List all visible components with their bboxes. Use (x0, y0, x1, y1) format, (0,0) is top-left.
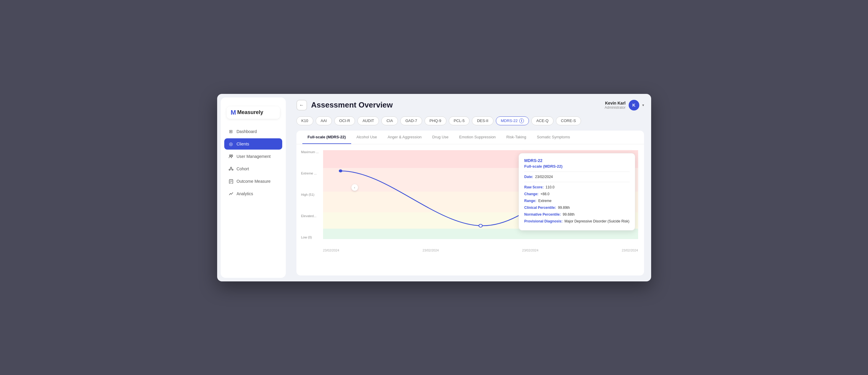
tooltip-normative-percentile: Normative Percentile: 99.68th (524, 212, 629, 217)
user-info: Kevin Karl Administrator (605, 101, 626, 110)
assessment-pills: K10 AAI OCI-R AUDIT CIA GAD-7 PHQ-9 PCL-… (297, 116, 644, 125)
analytics-icon (228, 191, 234, 196)
logo-text: Measurely (237, 109, 263, 116)
page-header: ← Assessment Overview Kevin Karl Adminis… (297, 100, 644, 111)
tooltip-date-value: 23/02/2024 (535, 175, 553, 179)
tooltip-change-label: Change: (524, 192, 538, 196)
back-arrow-icon: ← (300, 103, 304, 108)
cohort-icon (228, 166, 234, 172)
tooltip-change-value: +88.0 (540, 192, 549, 196)
tooltip-normative-percentile-label: Normative Percentile: (524, 212, 561, 217)
tooltip-raw-score-label: Raw Score: (524, 185, 544, 189)
tooltip-clinical-percentile-label: Clinical Percentile: (524, 206, 556, 210)
svg-point-1 (231, 155, 232, 156)
pill-gad-7[interactable]: GAD-7 (400, 116, 422, 125)
tooltip-date-label: Date: (524, 175, 533, 179)
sidebar-collapse-button[interactable]: ‹ (351, 184, 358, 191)
tooltip-provisional-diagnosis: Provisional Diagnosis: Major Depressive … (524, 219, 629, 224)
tooltip-card: MDRS-22 Full-scale (MDRS-22) Date: 23/02… (519, 153, 635, 230)
pill-audit[interactable]: AUDIT (358, 116, 379, 125)
sidebar-item-label: Dashboard (237, 129, 257, 134)
svg-point-0 (229, 155, 231, 156)
chart-y-labels: Maximum ... Extreme ... High (51) Elevat… (301, 150, 319, 239)
tooltip-raw-score-value: 110.0 (546, 185, 554, 189)
sidebar-item-label: Clients (237, 142, 249, 146)
pill-oci-r[interactable]: OCI-R (334, 116, 355, 125)
sidebar: M Measurely ⊞ Dashboard ◎ Clients (221, 97, 286, 278)
outcome-measure-icon (228, 179, 234, 184)
sub-tab-drug-use[interactable]: Drug Use (427, 131, 454, 144)
clients-icon: ◎ (228, 141, 234, 147)
y-label-high: High (51) (301, 193, 319, 196)
pill-ace-q[interactable]: ACE-Q (531, 116, 554, 125)
x-label-3: 23/02/2024 (522, 249, 538, 252)
pill-mdrs-22-label: MDRS-22 (501, 118, 518, 123)
tooltip-subtitle: Full-scale (MDRS-22) (524, 164, 629, 169)
user-role: Administrator (605, 106, 626, 110)
sidebar-item-clients[interactable]: ◎ Clients (224, 138, 282, 150)
pill-aai[interactable]: AAI (316, 116, 332, 125)
sidebar-item-label: Cohort (237, 167, 249, 171)
chart-point-start (339, 169, 342, 172)
pill-pcl-5[interactable]: PCL-5 (449, 116, 470, 125)
sidebar-item-dashboard[interactable]: ⊞ Dashboard (224, 126, 282, 137)
x-label-4: 23/02/2024 (622, 249, 638, 252)
sidebar-item-label: User Management (237, 154, 271, 159)
tooltip-date: Date: 23/02/2024 (524, 174, 629, 179)
back-button[interactable]: ← (297, 100, 307, 111)
sub-tab-emotion-suppression[interactable]: Emotion Suppression (454, 131, 501, 144)
header-left: ← Assessment Overview (297, 100, 393, 111)
y-label-low: Low (0) (301, 235, 319, 239)
tooltip-raw-score: Raw Score: 110.0 (524, 184, 629, 190)
user-area: Kevin Karl Administrator K ▾ (605, 100, 644, 111)
logo-m-icon: M (231, 109, 236, 116)
chart-container: Full-scale (MDRS-22) Alcohol Use Anger &… (297, 131, 644, 276)
sub-tab-alcohol-use[interactable]: Alcohol Use (351, 131, 382, 144)
avatar: K (629, 100, 639, 111)
pill-cia[interactable]: CIA (381, 116, 398, 125)
sub-tab-anger[interactable]: Anger & Aggression (382, 131, 427, 144)
tooltip-provisional-diagnosis-value: Major Depressive Disorder (Suicide Risk) (564, 219, 629, 223)
user-dropdown-icon[interactable]: ▾ (642, 103, 644, 107)
user-name: Kevin Karl (605, 101, 626, 106)
sub-tab-full-scale[interactable]: Full-scale (MDRS-22) (302, 131, 351, 144)
tooltip-normative-percentile-value: 99.68th (563, 212, 575, 217)
pill-mdrs-22[interactable]: MDRS-22 ℹ (496, 116, 529, 125)
pill-k10[interactable]: K10 (297, 116, 313, 125)
main-content: ← Assessment Overview Kevin Karl Adminis… (289, 94, 651, 281)
info-icon[interactable]: ℹ (519, 118, 524, 123)
logo: M Measurely (227, 106, 280, 119)
sub-tabs: Full-scale (MDRS-22) Alcohol Use Anger &… (297, 131, 644, 144)
sub-tab-risk-taking[interactable]: Risk-Taking (501, 131, 532, 144)
tooltip-clinical-percentile: Clinical Percentile: 99.89th (524, 205, 629, 210)
x-label-1: 23/02/2024 (323, 249, 339, 252)
pill-des-ii[interactable]: DES-II (472, 116, 493, 125)
pill-mdrs-22-inner: MDRS-22 ℹ (501, 118, 524, 123)
tooltip-change: Change: +88.0 (524, 191, 629, 197)
tooltip-clinical-percentile-value: 99.89th (558, 206, 570, 210)
tooltip-range-label: Range: (524, 199, 536, 203)
dashboard-icon: ⊞ (228, 129, 234, 134)
sidebar-item-label: Outcome Measure (237, 179, 271, 184)
sidebar-item-label: Analytics (237, 191, 253, 196)
chart-area: Maximum ... Extreme ... High (51) Elevat… (297, 144, 644, 257)
tooltip-range: Range: Extreme (524, 198, 629, 203)
sidebar-item-analytics[interactable]: Analytics (224, 188, 282, 199)
sidebar-item-user-management[interactable]: User Management (224, 151, 282, 162)
pill-phq-9[interactable]: PHQ-9 (425, 116, 446, 125)
page-title: Assessment Overview (311, 100, 393, 110)
sidebar-item-cohort[interactable]: Cohort (224, 163, 282, 174)
tooltip-divider-2 (524, 182, 629, 182)
pill-core-s[interactable]: CORE-S (556, 116, 581, 125)
sidebar-item-outcome-measure[interactable]: Outcome Measure (224, 176, 282, 187)
logo-area: M Measurely (221, 104, 286, 126)
chart-x-labels: 23/02/2024 23/02/2024 23/02/2024 23/02/2… (323, 249, 638, 252)
tooltip-title: MDRS-22 (524, 158, 629, 163)
y-label-maximum: Maximum ... (301, 150, 319, 154)
tooltip-range-value: Extreme (538, 199, 552, 203)
y-label-extreme: Extreme ... (301, 172, 319, 175)
tooltip-provisional-diagnosis-label: Provisional Diagnosis: (524, 219, 562, 223)
y-label-elevated: Elevated... (301, 214, 319, 218)
chart-point-mid (479, 224, 482, 227)
sub-tab-somatic-symptoms[interactable]: Somatic Symptoms (532, 131, 576, 144)
